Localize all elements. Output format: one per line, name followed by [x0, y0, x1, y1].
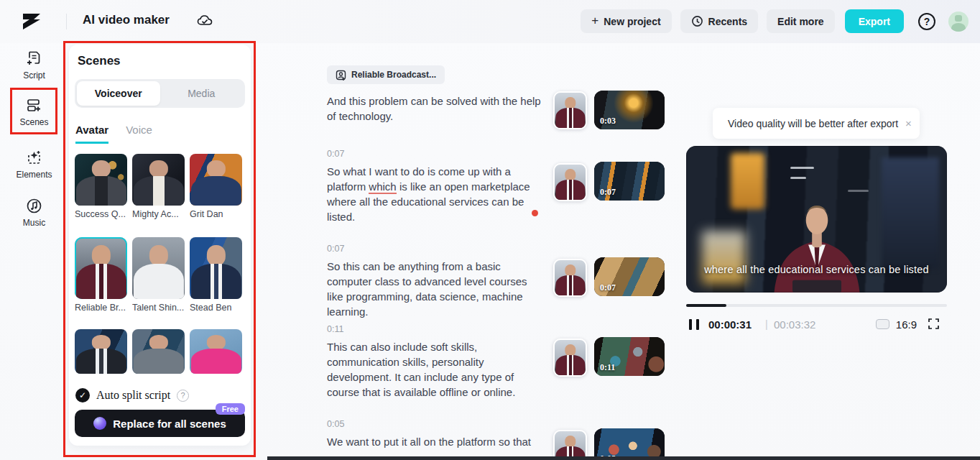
scene-clip-thumb[interactable]: 0:05: [594, 428, 665, 460]
elements-icon: [26, 150, 42, 166]
ai-video-maker-app: AI video maker + New project Recents Edi…: [0, 0, 980, 460]
segment-timestamp: 0:05: [327, 419, 344, 429]
avatar-grid-row-3: [75, 329, 242, 374]
script-segment-text[interactable]: And this problem can be solved with the …: [327, 93, 545, 124]
avatar-card[interactable]: [75, 329, 127, 374]
scene-avatar-thumb[interactable]: [553, 163, 587, 201]
scene-clip-thumb[interactable]: 0:07: [594, 257, 665, 296]
ai-sphere-icon: [93, 417, 106, 430]
sidebar-item-script[interactable]: Script: [0, 50, 68, 80]
user-avatar[interactable]: [948, 12, 969, 32]
segment-timestamp: 0:07: [327, 244, 344, 254]
new-project-button[interactable]: + New project: [581, 9, 671, 33]
scenes-icon: [26, 97, 42, 114]
avatar-card-selected[interactable]: Reliable Br...: [75, 237, 127, 313]
segment-timestamp: 0:07: [327, 149, 344, 159]
sidebar-item-scenes[interactable]: Scenes: [0, 97, 68, 127]
avatar-grid-row-1: Success Q... Mighty Ac... Grit Dan: [75, 154, 242, 219]
avatar-card[interactable]: Mighty Ac...: [132, 154, 185, 219]
playback-controls: 00:00:31 | 00:03:32 16:9: [686, 316, 947, 334]
capcut-logo-icon: [22, 12, 42, 31]
auto-split-checkbox[interactable]: ✓: [75, 388, 90, 402]
aspect-ratio-icon[interactable]: [876, 319, 889, 329]
auto-split-row: ✓ Auto split script ?: [75, 388, 189, 402]
tab-avatar[interactable]: Avatar: [75, 124, 108, 144]
header-divider: [66, 14, 67, 29]
script-segment-text[interactable]: We want to put it all on the platform so…: [327, 434, 545, 449]
script-segment-text[interactable]: So this can be anything from a basic com…: [327, 259, 545, 319]
clip-duration-badge: 0:03: [600, 116, 616, 126]
scene-avatar-thumb[interactable]: [553, 339, 587, 377]
news-anchor-figure: [756, 188, 878, 293]
scene-clip-thumb[interactable]: 0:03: [594, 91, 665, 129]
tab-voice[interactable]: Voice: [126, 124, 152, 144]
clip-duration-badge: 0:07: [600, 187, 616, 198]
subtitle-caption: where all the educational services can b…: [686, 264, 947, 275]
voiceover-media-toggle: Voiceover Media: [75, 79, 245, 108]
script-segment-text[interactable]: So what I want to do is come up with a p…: [327, 164, 545, 224]
script-segment-text[interactable]: This can also include soft skills, commu…: [327, 339, 545, 400]
recents-button[interactable]: Recents: [680, 9, 758, 33]
auto-split-label: Auto split script: [96, 389, 170, 402]
pause-button[interactable]: [689, 319, 699, 330]
free-badge: Free: [216, 403, 245, 415]
edit-more-button[interactable]: Edit more: [767, 9, 835, 33]
header-actions: + New project Recents Edit more Export ?: [581, 9, 969, 33]
recording-dot: [532, 210, 538, 216]
music-icon: [26, 198, 42, 214]
clip-duration-badge: 0:11: [600, 362, 615, 373]
scenes-panel-title: Scenes: [78, 54, 121, 68]
avatar-voice-tabs: Avatar Voice: [75, 124, 152, 144]
scene-clip-thumb[interactable]: 0:11: [594, 337, 665, 376]
bottom-edge-strip: [267, 456, 980, 460]
close-icon[interactable]: ×: [905, 117, 912, 129]
export-button[interactable]: Export: [845, 9, 904, 33]
scene-clip-thumb[interactable]: 0:07: [594, 162, 665, 201]
scenes-panel: Scenes Voiceover Media Avatar Voice Succ…: [69, 45, 251, 446]
top-header: AI video maker + New project Recents Edi…: [0, 0, 980, 43]
sidebar-item-music[interactable]: Music: [0, 198, 68, 228]
scene-avatar-thumb[interactable]: [553, 430, 587, 460]
aspect-ratio-label: 16:9: [896, 318, 917, 331]
replace-all-scenes-button[interactable]: Replace for all scenes Free: [75, 410, 245, 437]
avatar-card[interactable]: Talent Shin...: [132, 237, 185, 313]
current-time: 00:00:31: [708, 318, 752, 331]
avatar-chip[interactable]: Reliable Broadcast...: [327, 65, 445, 84]
plus-icon: +: [591, 14, 598, 28]
left-sidebar: Script Scenes Elements: [0, 43, 68, 460]
script-icon: [26, 50, 42, 67]
tab-media[interactable]: Media: [160, 81, 244, 106]
clip-duration-badge: 0:07: [600, 282, 616, 293]
page-title: AI video maker: [83, 13, 170, 27]
avatar-card[interactable]: [190, 329, 242, 374]
clock-icon: [691, 15, 703, 27]
auto-split-help-icon[interactable]: ?: [177, 390, 189, 402]
fullscreen-icon[interactable]: [928, 318, 940, 330]
export-quality-notice: Video quality will be better after expor…: [713, 108, 920, 139]
sidebar-item-elements[interactable]: Elements: [0, 150, 68, 180]
time-divider: |: [765, 318, 768, 330]
avatar-card[interactable]: Stead Ben: [190, 237, 242, 313]
scene-avatar-thumb[interactable]: [553, 259, 587, 297]
scene-avatar-thumb[interactable]: [553, 91, 587, 129]
cloud-sync-icon[interactable]: [197, 14, 213, 27]
grammar-highlight[interactable]: which: [369, 180, 396, 194]
segment-timestamp: 0:11: [327, 324, 343, 334]
avatar-grid-row-2: Reliable Br... Talent Shin... Stead Ben: [75, 237, 242, 313]
help-icon[interactable]: ?: [918, 13, 935, 30]
total-time: 00:03:32: [774, 318, 815, 331]
progress-fill: [686, 304, 726, 307]
avatar-card[interactable]: Grit Dan: [190, 154, 242, 219]
playback-progress-bar[interactable]: [686, 304, 947, 307]
avatar-card[interactable]: Success Q...: [75, 154, 127, 219]
tab-voiceover[interactable]: Voiceover: [77, 81, 160, 106]
avatar-add-icon: [336, 70, 346, 80]
video-preview[interactable]: where all the educational services can b…: [686, 146, 947, 293]
avatar-card[interactable]: [132, 329, 185, 374]
